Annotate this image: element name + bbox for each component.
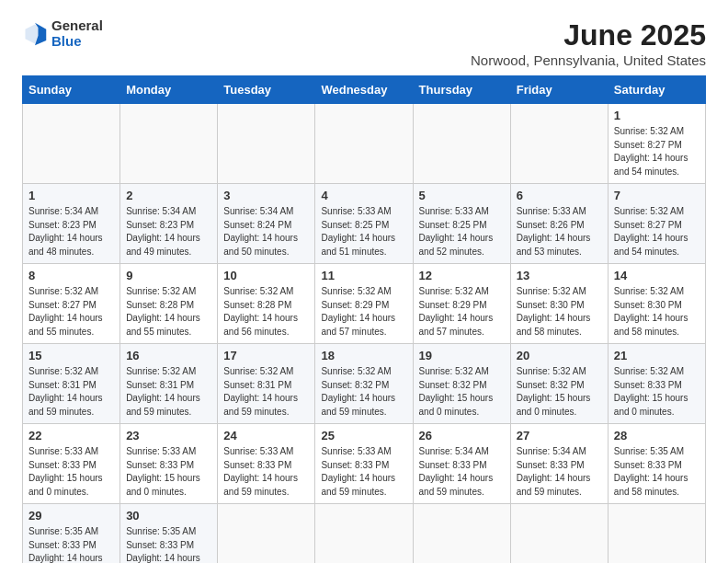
calendar-header-friday: Friday <box>510 76 608 104</box>
calendar-cell <box>608 504 705 564</box>
month-title: June 2025 <box>471 18 706 52</box>
day-number: 27 <box>517 429 602 442</box>
calendar-cell <box>218 504 315 564</box>
day-number: 17 <box>223 349 309 362</box>
logo-blue-text: Blue <box>51 34 103 50</box>
calendar-week-row: 15Sunrise: 5:32 AMSunset: 8:31 PMDayligh… <box>23 344 706 424</box>
calendar-week-row: 22Sunrise: 5:33 AMSunset: 8:33 PMDayligh… <box>23 424 706 504</box>
calendar-cell: 14Sunrise: 5:32 AMSunset: 8:30 PMDayligh… <box>608 264 705 344</box>
calendar-cell <box>413 504 510 564</box>
calendar-cell: 20Sunrise: 5:32 AMSunset: 8:32 PMDayligh… <box>510 344 608 424</box>
day-info: Sunrise: 5:34 AMSunset: 8:33 PMDaylight:… <box>517 445 602 499</box>
page-header: General Blue June 2025 Norwood, Pennsylv… <box>22 18 706 68</box>
day-number: 15 <box>28 349 114 362</box>
day-number: 18 <box>321 349 406 362</box>
day-number: 21 <box>614 349 700 362</box>
calendar-header-sunday: Sunday <box>23 76 120 104</box>
calendar-cell: 6Sunrise: 5:33 AMSunset: 8:26 PMDaylight… <box>510 184 608 264</box>
day-info: Sunrise: 5:33 AMSunset: 8:26 PMDaylight:… <box>517 205 602 259</box>
calendar-cell: 1Sunrise: 5:32 AMSunset: 8:27 PMDaylight… <box>608 104 705 184</box>
day-number: 23 <box>126 429 211 442</box>
calendar-cell <box>23 104 120 184</box>
day-info: Sunrise: 5:32 AMSunset: 8:30 PMDaylight:… <box>614 285 700 339</box>
day-info: Sunrise: 5:33 AMSunset: 8:33 PMDaylight:… <box>223 445 309 499</box>
day-info: Sunrise: 5:32 AMSunset: 8:28 PMDaylight:… <box>223 285 309 339</box>
day-info: Sunrise: 5:32 AMSunset: 8:31 PMDaylight:… <box>28 365 114 419</box>
day-info: Sunrise: 5:32 AMSunset: 8:31 PMDaylight:… <box>223 365 309 419</box>
calendar-cell: 11Sunrise: 5:32 AMSunset: 8:29 PMDayligh… <box>315 264 413 344</box>
day-number: 1 <box>28 189 114 202</box>
calendar-cell: 13Sunrise: 5:32 AMSunset: 8:30 PMDayligh… <box>510 264 608 344</box>
day-info: Sunrise: 5:34 AMSunset: 8:23 PMDaylight:… <box>28 205 114 259</box>
day-number: 30 <box>126 509 211 523</box>
day-number: 24 <box>223 429 309 442</box>
day-info: Sunrise: 5:33 AMSunset: 8:33 PMDaylight:… <box>321 445 406 499</box>
day-number: 4 <box>321 189 406 202</box>
calendar-cell <box>413 104 510 184</box>
day-info: Sunrise: 5:35 AMSunset: 8:33 PMDaylight:… <box>614 445 700 499</box>
calendar-cell: 17Sunrise: 5:32 AMSunset: 8:31 PMDayligh… <box>218 344 315 424</box>
day-number: 5 <box>419 189 505 202</box>
calendar-cell: 24Sunrise: 5:33 AMSunset: 8:33 PMDayligh… <box>218 424 315 504</box>
calendar-cell <box>120 104 218 184</box>
calendar-cell <box>315 104 413 184</box>
day-number: 3 <box>223 189 309 202</box>
calendar-cell: 18Sunrise: 5:32 AMSunset: 8:32 PMDayligh… <box>315 344 413 424</box>
day-info: Sunrise: 5:32 AMSunset: 8:32 PMDaylight:… <box>517 365 602 419</box>
day-info: Sunrise: 5:32 AMSunset: 8:27 PMDaylight:… <box>614 205 700 259</box>
day-info: Sunrise: 5:34 AMSunset: 8:33 PMDaylight:… <box>419 445 505 499</box>
calendar-cell: 10Sunrise: 5:32 AMSunset: 8:28 PMDayligh… <box>218 264 315 344</box>
calendar-cell: 29Sunrise: 5:35 AMSunset: 8:33 PMDayligh… <box>23 504 120 564</box>
logo-text: General Blue <box>51 18 103 49</box>
logo-general-text: General <box>51 18 103 34</box>
day-number: 25 <box>321 429 406 442</box>
day-number: 2 <box>126 189 211 202</box>
day-info: Sunrise: 5:32 AMSunset: 8:32 PMDaylight:… <box>321 365 406 419</box>
day-number: 10 <box>223 269 309 282</box>
calendar-week-row: 1Sunrise: 5:34 AMSunset: 8:23 PMDaylight… <box>23 184 706 264</box>
calendar-cell: 19Sunrise: 5:32 AMSunset: 8:32 PMDayligh… <box>413 344 510 424</box>
day-info: Sunrise: 5:32 AMSunset: 8:30 PMDaylight:… <box>517 285 602 339</box>
day-info: Sunrise: 5:33 AMSunset: 8:25 PMDaylight:… <box>419 205 505 259</box>
calendar-cell: 8Sunrise: 5:32 AMSunset: 8:27 PMDaylight… <box>23 264 120 344</box>
day-info: Sunrise: 5:32 AMSunset: 8:27 PMDaylight:… <box>614 125 700 178</box>
day-info: Sunrise: 5:33 AMSunset: 8:25 PMDaylight:… <box>321 205 406 259</box>
calendar-cell: 3Sunrise: 5:34 AMSunset: 8:24 PMDaylight… <box>218 184 315 264</box>
day-number: 29 <box>28 509 114 523</box>
logo-icon <box>22 21 48 47</box>
calendar-week-row: 8Sunrise: 5:32 AMSunset: 8:27 PMDaylight… <box>23 264 706 344</box>
day-number: 6 <box>517 189 602 202</box>
calendar-header-wednesday: Wednesday <box>315 76 413 104</box>
logo: General Blue <box>22 18 103 49</box>
day-number: 26 <box>419 429 505 442</box>
day-number: 14 <box>614 269 700 282</box>
calendar-cell: 28Sunrise: 5:35 AMSunset: 8:33 PMDayligh… <box>608 424 705 504</box>
title-block: June 2025 Norwood, Pennsylvania, United … <box>471 18 706 68</box>
calendar-cell: 1Sunrise: 5:34 AMSunset: 8:23 PMDaylight… <box>23 184 120 264</box>
calendar-cell <box>218 104 315 184</box>
calendar-cell: 15Sunrise: 5:32 AMSunset: 8:31 PMDayligh… <box>23 344 120 424</box>
day-number: 28 <box>614 429 700 442</box>
calendar-cell: 9Sunrise: 5:32 AMSunset: 8:28 PMDaylight… <box>120 264 218 344</box>
calendar-header-row: SundayMondayTuesdayWednesdayThursdayFrid… <box>23 76 706 104</box>
calendar-cell <box>510 104 608 184</box>
day-number: 11 <box>321 269 406 282</box>
calendar-cell: 26Sunrise: 5:34 AMSunset: 8:33 PMDayligh… <box>413 424 510 504</box>
calendar-cell: 21Sunrise: 5:32 AMSunset: 8:33 PMDayligh… <box>608 344 705 424</box>
calendar-cell: 12Sunrise: 5:32 AMSunset: 8:29 PMDayligh… <box>413 264 510 344</box>
calendar-cell <box>315 504 413 564</box>
calendar-week-row: 29Sunrise: 5:35 AMSunset: 8:33 PMDayligh… <box>23 504 706 564</box>
day-info: Sunrise: 5:34 AMSunset: 8:24 PMDaylight:… <box>223 205 309 259</box>
calendar-header-tuesday: Tuesday <box>218 76 315 104</box>
day-info: Sunrise: 5:32 AMSunset: 8:33 PMDaylight:… <box>614 365 700 419</box>
day-info: Sunrise: 5:32 AMSunset: 8:28 PMDaylight:… <box>126 285 211 339</box>
day-info: Sunrise: 5:34 AMSunset: 8:23 PMDaylight:… <box>126 205 211 259</box>
day-number: 20 <box>517 349 602 362</box>
calendar-week-row: 1Sunrise: 5:32 AMSunset: 8:27 PMDaylight… <box>23 104 706 184</box>
calendar-cell: 25Sunrise: 5:33 AMSunset: 8:33 PMDayligh… <box>315 424 413 504</box>
calendar-cell <box>510 504 608 564</box>
day-info: Sunrise: 5:32 AMSunset: 8:27 PMDaylight:… <box>28 285 114 339</box>
day-info: Sunrise: 5:35 AMSunset: 8:33 PMDaylight:… <box>28 525 114 563</box>
calendar-cell: 5Sunrise: 5:33 AMSunset: 8:25 PMDaylight… <box>413 184 510 264</box>
calendar-cell: 16Sunrise: 5:32 AMSunset: 8:31 PMDayligh… <box>120 344 218 424</box>
